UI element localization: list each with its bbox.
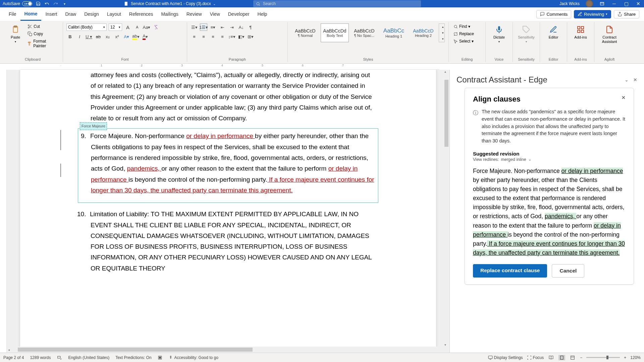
line-spacing-icon[interactable]: ↕≡▾ xyxy=(228,33,235,40)
panel-close-icon[interactable]: ✕ xyxy=(633,77,637,82)
read-mode-icon[interactable] xyxy=(548,355,554,360)
multilevel-icon[interactable]: ≡▾ xyxy=(209,23,217,31)
tab-home[interactable]: Home xyxy=(20,8,42,21)
font-name-combo[interactable]: Calibri (Body)▾ xyxy=(66,23,107,31)
status-words[interactable]: 1289 words xyxy=(30,355,51,360)
undo-icon[interactable] xyxy=(44,1,50,6)
styles-expand-icon[interactable]: ▾ xyxy=(439,36,446,42)
status-page[interactable]: Page 2 of 4 xyxy=(3,355,24,360)
maximize-icon[interactable]: ▢ xyxy=(623,1,629,7)
find-button[interactable]: Find ▾ xyxy=(452,23,475,29)
copy-button[interactable]: Copy xyxy=(26,31,59,37)
numbering-icon[interactable]: 1☰▾ xyxy=(200,23,207,31)
replace-clause-button[interactable]: Replace contract clause xyxy=(473,264,547,278)
view-redlines-select[interactable]: View redlines: merged inline ⌄ xyxy=(473,157,626,162)
styles-down-icon[interactable]: ▾ xyxy=(439,30,446,36)
contract-assistant-button[interactable]: Contract Assistant xyxy=(598,23,621,45)
tab-view[interactable]: View xyxy=(206,8,224,20)
ribbon-display-icon[interactable] xyxy=(599,1,605,7)
highlight-icon[interactable]: ab▾ xyxy=(132,33,140,40)
justify-icon[interactable]: ≡ xyxy=(219,33,226,40)
style-body-text[interactable]: AaBbCcDdBody Text xyxy=(321,23,349,42)
redo-icon[interactable] xyxy=(53,1,58,6)
reviewing-button[interactable]: Reviewing▾ xyxy=(574,10,611,18)
tab-developer[interactable]: Developer xyxy=(224,8,254,20)
tab-review[interactable]: Review xyxy=(182,8,206,20)
ruler-vertical[interactable] xyxy=(0,70,7,353)
document-area[interactable]: attorney fees and costs (collectively, "… xyxy=(7,70,449,353)
text-effects-icon[interactable]: A▾ xyxy=(123,33,130,40)
card-close-icon[interactable]: ✕ xyxy=(622,95,626,104)
editor-button[interactable]: Editor xyxy=(543,23,564,41)
tab-help[interactable]: Help xyxy=(254,8,271,20)
tab-references[interactable]: References xyxy=(125,8,157,20)
style-no-spacing[interactable]: AaBbCcD¶ No Spac... xyxy=(350,23,378,42)
change-case-icon[interactable]: Aa▾ xyxy=(143,23,150,31)
save-icon[interactable] xyxy=(36,1,41,6)
cancel-button[interactable]: Cancel xyxy=(552,264,584,278)
web-layout-icon[interactable] xyxy=(569,355,576,360)
bold-icon[interactable]: B xyxy=(66,33,74,40)
minimize-icon[interactable]: ─ xyxy=(611,1,617,7)
focus-button[interactable]: Focus xyxy=(527,355,544,360)
subscript-icon[interactable]: x₂ xyxy=(104,33,111,40)
bullets-icon[interactable]: ☰▾ xyxy=(191,23,198,31)
dec-indent-icon[interactable]: ⇤ xyxy=(219,23,226,31)
document-title[interactable]: Service Contract with Acme1 - Copy (3).d… xyxy=(124,1,216,6)
align-center-icon[interactable]: ≡ xyxy=(200,33,207,40)
style-heading1[interactable]: AaBbCcHeading 1 xyxy=(380,23,408,42)
status-accessibility[interactable]: Accessibility: Good to go xyxy=(168,355,218,360)
show-marks-icon[interactable]: ¶ xyxy=(247,23,254,31)
zoom-level[interactable]: 120% xyxy=(630,355,641,360)
strike-icon[interactable]: ab xyxy=(95,33,102,40)
tab-file[interactable]: File xyxy=(5,8,20,20)
search-input[interactable]: Search xyxy=(253,0,421,7)
tab-design[interactable]: Design xyxy=(80,8,103,20)
tab-draw[interactable]: Draw xyxy=(61,8,80,20)
user-name[interactable]: Jack Wicks xyxy=(559,1,580,6)
share-button[interactable]: Share xyxy=(614,10,639,18)
italic-icon[interactable]: I xyxy=(76,33,83,40)
borders-icon[interactable]: ⊞▾ xyxy=(247,33,254,40)
underline-icon[interactable]: U ▾ xyxy=(85,33,93,40)
align-left-icon[interactable]: ≡ xyxy=(191,33,198,40)
replace-button[interactable]: Replace xyxy=(452,31,475,37)
align-right-icon[interactable]: ≡ xyxy=(209,33,217,40)
status-text-predictions[interactable]: Text Predictions: On xyxy=(115,355,151,360)
addins-button[interactable]: Add-ins xyxy=(571,23,591,41)
close-icon[interactable]: ✕ xyxy=(635,1,641,7)
ruler-horizontal[interactable]: ·1234567 xyxy=(0,64,644,70)
clear-format-icon[interactable] xyxy=(152,23,160,31)
user-avatar[interactable] xyxy=(586,0,593,7)
zoom-slider[interactable] xyxy=(586,357,620,358)
font-color-icon[interactable]: A▾ xyxy=(142,33,149,40)
comment-tag-force-majeure[interactable]: Force Majeure xyxy=(80,122,107,130)
scrollbar-vertical[interactable]: ▴▾ xyxy=(443,70,449,353)
tab-insert[interactable]: Insert xyxy=(41,8,61,20)
scrollbar-horizontal[interactable]: ◂ xyxy=(7,347,443,353)
zoom-in-icon[interactable]: + xyxy=(624,355,626,360)
chevron-down-icon[interactable]: ⌄ xyxy=(213,2,216,6)
grow-font-icon[interactable]: A xyxy=(124,23,131,31)
qat-dropdown-icon[interactable]: ▾ xyxy=(62,1,67,6)
cut-button[interactable]: Cut xyxy=(26,23,59,29)
print-layout-icon[interactable] xyxy=(558,355,565,360)
status-spellcheck-icon[interactable] xyxy=(57,355,62,360)
status-language[interactable]: English (United States) xyxy=(68,355,109,360)
display-settings-button[interactable]: Display Settings xyxy=(488,355,523,360)
panel-dropdown-icon[interactable]: ⌄ xyxy=(625,77,629,82)
sensitivity-button[interactable]: Sensitivity▾ xyxy=(516,23,536,45)
comments-button[interactable]: Comments xyxy=(536,10,571,18)
style-normal[interactable]: AaBbCcD¶ Normal xyxy=(291,23,319,42)
style-heading2[interactable]: AaBbCcDHeading 2 xyxy=(409,23,437,42)
styles-up-icon[interactable]: ▴ xyxy=(439,24,446,30)
dictate-button[interactable]: Dictate▾ xyxy=(489,23,509,45)
tab-layout[interactable]: Layout xyxy=(103,8,125,20)
paste-button[interactable]: Paste▾ xyxy=(6,23,25,45)
shading-icon[interactable]: ◧▾ xyxy=(237,33,245,40)
inc-indent-icon[interactable]: ⇥ xyxy=(228,23,235,31)
autosave-toggle[interactable]: AutoSave Off xyxy=(3,1,32,6)
shrink-font-icon[interactable]: A xyxy=(133,23,141,31)
sort-icon[interactable]: A↓ xyxy=(237,23,245,31)
select-button[interactable]: Select ▾ xyxy=(452,38,475,44)
